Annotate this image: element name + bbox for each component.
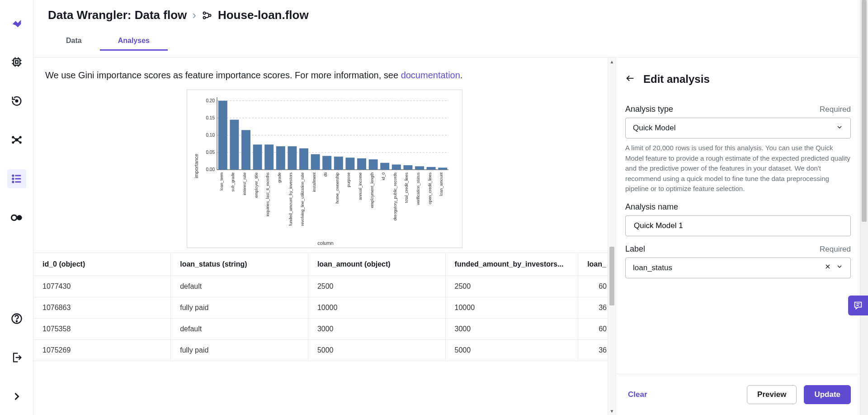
update-button[interactable]: Update xyxy=(804,385,851,404)
svg-text:inquiries_last_6_months: inquiries_last_6_months xyxy=(265,172,270,217)
header: Data Wrangler: Data flow › House-loan.fl… xyxy=(33,0,860,57)
svg-rect-67 xyxy=(345,157,354,170)
table-row[interactable]: 1077430default2500250060 xyxy=(33,276,616,297)
table-cell: fully paid xyxy=(171,340,308,361)
shapes-icon[interactable] xyxy=(7,208,26,227)
breadcrumb-file[interactable]: House-loan.flow xyxy=(218,8,309,22)
logout-icon[interactable] xyxy=(7,348,26,367)
svg-text:installment: installment xyxy=(312,172,316,192)
svg-rect-71 xyxy=(369,159,378,170)
table-cell: 10000 xyxy=(308,297,445,319)
tab-analyses[interactable]: Analyses xyxy=(100,33,168,51)
back-icon[interactable] xyxy=(625,73,635,85)
chart-xlabel: column xyxy=(193,239,458,246)
svg-point-30 xyxy=(203,12,205,14)
edit-analysis-panel: Edit analysis Analysis type Required Qui… xyxy=(616,57,860,415)
feature-importance-chart: importance 0.000.050.100.150.20loan_term… xyxy=(33,81,616,253)
documentation-link[interactable]: documentation xyxy=(401,70,460,80)
svg-text:0.00: 0.00 xyxy=(206,167,215,172)
svg-point-10 xyxy=(15,100,18,102)
svg-point-27 xyxy=(17,215,22,220)
svg-point-31 xyxy=(203,16,205,19)
svg-rect-51 xyxy=(253,144,262,170)
table-header[interactable]: loan_amount (object) xyxy=(308,253,445,276)
analysis-name-input[interactable] xyxy=(633,221,843,231)
svg-rect-73 xyxy=(380,163,389,170)
svg-rect-53 xyxy=(264,144,274,170)
table-row[interactable]: 1075269fully paid5000500036 xyxy=(33,340,616,361)
svg-text:dti: dti xyxy=(323,172,328,177)
help-icon[interactable] xyxy=(7,309,26,328)
table-header[interactable]: id_0 (object) xyxy=(33,253,171,276)
table-row[interactable]: 1076863fully paid100001000036 xyxy=(33,297,616,319)
panel-footer: Clear Preview Update xyxy=(616,374,860,415)
table-cell: 5000 xyxy=(445,340,578,361)
label-select[interactable]: loan_status xyxy=(625,258,851,278)
breadcrumb-root[interactable]: Data Wrangler: Data flow xyxy=(48,8,187,22)
svg-rect-0 xyxy=(14,59,20,65)
svg-text:0.05: 0.05 xyxy=(206,150,215,155)
table-cell: 1077430 xyxy=(33,276,171,297)
svg-rect-63 xyxy=(322,156,331,170)
analysis-name-label: Analysis name xyxy=(625,202,678,212)
svg-text:sub_grade: sub_grade xyxy=(231,172,235,192)
table-cell: default xyxy=(171,319,308,340)
svg-rect-45 xyxy=(218,101,227,170)
analysis-type-select[interactable]: Quick Model xyxy=(625,118,851,138)
svg-rect-61 xyxy=(311,154,320,170)
preview-button[interactable]: Preview xyxy=(747,385,797,404)
svg-text:0.15: 0.15 xyxy=(206,115,215,120)
svg-text:revolving_line_utilization_rat: revolving_line_utilization_rate xyxy=(300,172,305,226)
svg-rect-77 xyxy=(403,165,412,170)
table-header[interactable]: funded_amount_by_investors... xyxy=(445,253,578,276)
svg-rect-79 xyxy=(415,166,424,170)
svg-point-25 xyxy=(12,181,13,182)
analysis-name-input-wrap xyxy=(625,215,851,236)
table-cell: 5000 xyxy=(308,340,445,361)
content-scrollbar[interactable]: ▲ ▼ xyxy=(608,57,616,415)
svg-text:0.10: 0.10 xyxy=(206,133,215,138)
breadcrumb: Data Wrangler: Data flow › House-loan.fl… xyxy=(48,8,860,22)
feedback-icon[interactable] xyxy=(848,296,868,315)
table-cell: 1075269 xyxy=(33,340,171,361)
graph-node-icon[interactable] xyxy=(7,130,26,149)
svg-text:0.20: 0.20 xyxy=(206,98,215,103)
table-cell: 1075358 xyxy=(33,319,171,340)
chart-svg: 0.000.050.100.150.20loan_termsub_gradein… xyxy=(199,94,458,239)
svg-text:home_ownership: home_ownership xyxy=(335,172,340,204)
page-scrollbar[interactable] xyxy=(860,0,868,415)
chevron-down-icon xyxy=(836,263,843,272)
close-icon[interactable] xyxy=(824,263,831,272)
intro-copy: We use Gini importance scores as feature… xyxy=(45,70,401,80)
table-cell: 10000 xyxy=(445,297,578,319)
table-cell: 3000 xyxy=(445,319,578,340)
tab-data[interactable]: Data xyxy=(48,33,100,51)
svg-rect-55 xyxy=(276,146,285,170)
svg-text:grade: grade xyxy=(277,172,282,183)
flow-file-icon xyxy=(202,10,212,21)
label-value: loan_status xyxy=(633,263,672,272)
logo-icon xyxy=(7,14,26,33)
svg-text:verification_status: verification_status xyxy=(416,172,420,205)
refresh-icon[interactable] xyxy=(7,91,26,110)
svg-rect-49 xyxy=(241,130,250,170)
list-icon[interactable] xyxy=(7,169,26,188)
table-header[interactable]: loan_status (string) xyxy=(171,253,308,276)
svg-rect-65 xyxy=(334,157,343,170)
svg-text:derogatory_public_records: derogatory_public_records xyxy=(393,172,397,221)
analysis-type-value: Quick Model xyxy=(633,124,675,133)
svg-text:annual_income: annual_income xyxy=(358,172,363,200)
svg-rect-57 xyxy=(288,146,297,170)
tabs: Data Analyses xyxy=(48,33,860,51)
table-row[interactable]: 1075358default3000300060 xyxy=(33,319,616,340)
svg-text:total_credit_lines: total_credit_lines xyxy=(404,172,409,203)
expand-icon[interactable] xyxy=(7,387,26,406)
svg-text:employment_length: employment_length xyxy=(370,172,374,208)
required-tag: Required xyxy=(820,245,851,254)
intro-text: We use Gini importance scores as feature… xyxy=(33,57,616,81)
svg-text:interest_rate: interest_rate xyxy=(242,172,247,195)
chip-icon[interactable] xyxy=(7,52,26,72)
clear-button[interactable]: Clear xyxy=(625,390,650,400)
main-area: Data Wrangler: Data flow › House-loan.fl… xyxy=(33,0,860,415)
label-label: Label xyxy=(625,244,645,254)
